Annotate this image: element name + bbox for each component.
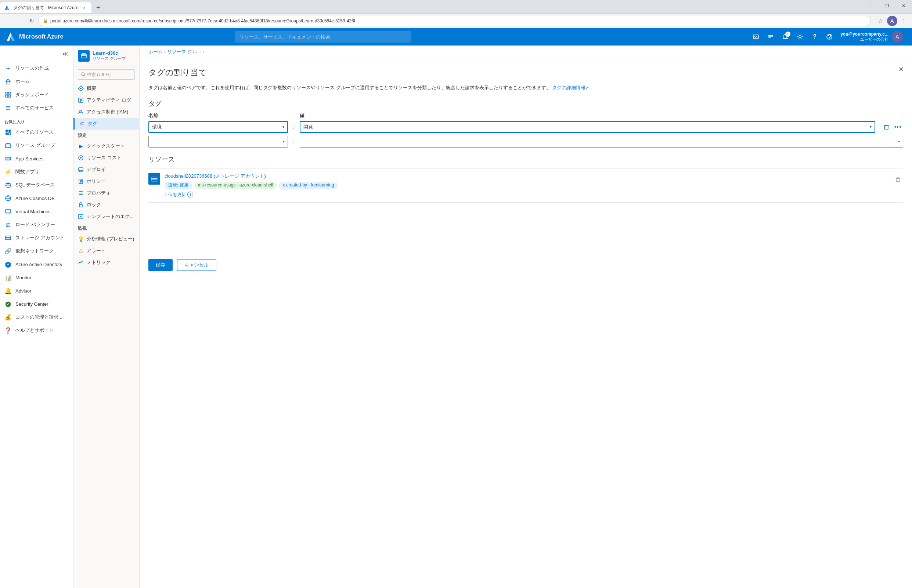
sidebar-item-all-services[interactable]: すべてのサービス <box>0 101 73 115</box>
nav-item-tags[interactable]: 🏷 タグ <box>73 118 139 129</box>
sidebar-item-vnet[interactable]: 🔗 仮想ネットワーク <box>0 244 73 258</box>
sidebar-item-home[interactable]: ホーム <box>0 75 73 88</box>
profile-button[interactable]: A <box>887 16 897 26</box>
security-lock-icon: 🔒 <box>43 18 48 23</box>
sidebar-item-monitor[interactable]: 📊 Monitor <box>0 271 73 284</box>
sidebar-item-storage[interactable]: ストレージ アカウント <box>0 231 73 244</box>
new-tab-button[interactable]: + <box>93 3 103 13</box>
sidebar-collapse-button[interactable]: ≪ <box>60 48 70 59</box>
menu-button[interactable]: ⋮ <box>899 16 909 26</box>
sidebar-item-app-services[interactable]: App Services <box>0 152 73 165</box>
sidebar-item-lb[interactable]: ⚖ ロード バランサー <box>0 218 73 231</box>
panel-close-button[interactable]: ✕ <box>896 64 906 74</box>
cancel-button[interactable]: キャンセル <box>177 259 216 271</box>
nav-item-deploy[interactable]: デプロイ <box>73 164 139 176</box>
help-icon[interactable]: ? <box>808 30 821 43</box>
sidebar-item-resource-groups[interactable]: リソース グループ <box>0 139 73 152</box>
sidebar-billing-label: コストの管理と請求... <box>15 314 62 320</box>
sidebar-item-cosmos[interactable]: Azure Cosmos DB <box>0 192 73 205</box>
sidebar-item-billing[interactable]: 💰 コストの管理と請求... <box>0 310 73 324</box>
tag-name-dropdown-2[interactable]: ▾ <box>148 136 288 147</box>
user-menu[interactable]: you@yourcompany.c... ユーザーの会社 A <box>837 29 906 44</box>
sidebar-item-functions[interactable]: ⚡ 関数アプリ <box>0 165 73 178</box>
save-button[interactable]: 保存 <box>148 259 173 271</box>
nav-item-template[interactable]: テンプレートのエク... <box>73 211 139 223</box>
window-close-button[interactable]: ✕ <box>895 0 912 12</box>
resource-item-delete-button-1[interactable] <box>893 174 903 185</box>
resource-item-name-1[interactable]: cloudshell2020736688 (ストレージ アカウント) <box>165 173 888 179</box>
azure-favicon <box>5 5 10 11</box>
sidebar-item-advisor[interactable]: 🔔 Advisor <box>0 284 73 297</box>
bookmark-button[interactable]: ☆ <box>875 16 886 26</box>
resource-search-container: 検索 (Ctrl+/) <box>73 66 139 82</box>
nav-item-cost[interactable]: リソース コスト <box>73 152 139 164</box>
sidebar-item-help[interactable]: ❓ ヘルプとサポート <box>0 324 73 337</box>
nav-item-activity-log[interactable]: アクティビティ ログ <box>73 94 139 106</box>
active-tab[interactable]: タグの割り当て - Microsoft Azure × <box>0 2 91 13</box>
activity-log-icon <box>78 97 84 103</box>
directory-icon[interactable] <box>764 30 777 43</box>
window-minimize-button[interactable]: − <box>861 0 878 12</box>
nav-item-metrics[interactable]: メトリック <box>73 257 139 268</box>
settings-icon[interactable] <box>793 30 807 43</box>
nav-item-analytics[interactable]: 💡 分析情報 (プレビュー) <box>73 233 139 245</box>
resource-update-info-icon: ℹ <box>187 192 193 197</box>
sidebar-collapse-area: ≪ <box>0 45 73 61</box>
nav-item-quickstart[interactable]: ▶ クイックスタート <box>73 140 139 152</box>
tab-close-button[interactable]: × <box>81 5 87 11</box>
resource-update-link-1[interactable]: 1 個を更新 ℹ <box>165 192 888 198</box>
tag-name-dropdown-1[interactable]: 環境 ▾ <box>148 121 288 133</box>
svg-rect-59 <box>884 126 888 129</box>
feedback-icon[interactable] <box>823 30 836 43</box>
tag-delete-button-1[interactable] <box>881 122 891 132</box>
forward-button[interactable]: → <box>15 16 25 26</box>
resource-search-input[interactable]: 検索 (Ctrl+/) <box>78 69 135 80</box>
resource-item-content-1: cloudshell2020736688 (ストレージ アカウント) 環境: 運… <box>165 173 888 198</box>
sidebar-item-sql[interactable]: SQL データベース <box>0 178 73 192</box>
quickstart-icon: ▶ <box>78 143 84 149</box>
plus-icon: ＋ <box>5 65 12 72</box>
sidebar-create-label: リソースの作成 <box>15 65 49 71</box>
deploy-icon <box>78 166 84 173</box>
back-button[interactable]: ← <box>3 16 13 26</box>
svg-rect-12 <box>5 95 8 97</box>
tag-section-title: タグ <box>148 99 903 108</box>
notifications-icon[interactable]: 1 <box>779 30 792 43</box>
tag-more-button-1[interactable]: ••• <box>893 122 903 132</box>
overview-icon <box>78 86 84 91</box>
resource-item-icon-1 <box>148 173 160 185</box>
sidebar-item-security[interactable]: Security Center <box>0 297 73 310</box>
nav-item-properties[interactable]: プロパティ <box>73 187 139 199</box>
svg-marker-0 <box>5 5 7 10</box>
header-icons: 1 ? you@yourcompany.c... ユーザーの会社 A <box>749 29 906 44</box>
sidebar-item-vm[interactable]: Virtual Machines <box>0 205 73 218</box>
sidebar-item-all-resources[interactable]: すべてのリソース <box>0 126 73 139</box>
nav-item-overview[interactable]: 概要 <box>73 82 139 94</box>
svg-rect-10 <box>5 92 8 94</box>
properties-icon <box>78 190 84 196</box>
cloud-shell-icon[interactable] <box>749 30 763 43</box>
nav-item-alerts[interactable]: ⚠ アラート <box>73 245 139 257</box>
sidebar-item-aad[interactable]: Azure Active Directory <box>0 258 73 271</box>
svg-rect-21 <box>5 144 11 147</box>
tag-value-dropdown-1[interactable]: 開発 ▾ <box>300 121 875 133</box>
tag-value-dropdown-2[interactable]: ▾ <box>300 136 903 147</box>
address-bar[interactable]: 🔒 portal.azure.com/#@learn.docs.microsof… <box>38 16 871 26</box>
breadcrumb-home[interactable]: ホーム <box>148 48 163 55</box>
svg-marker-3 <box>11 32 15 41</box>
tags-nav-icon: 🏷 <box>79 121 85 127</box>
refresh-button[interactable]: ↻ <box>26 16 37 26</box>
nav-item-iam[interactable]: アクセス制御 (IAM) <box>73 106 139 118</box>
nav-template-label: テンプレートのエク... <box>87 213 134 220</box>
nav-item-lock[interactable]: ロック <box>73 199 139 211</box>
nav-item-policy[interactable]: ポリシー <box>73 176 139 187</box>
resource-groups-icon <box>5 142 12 149</box>
tag-info-link[interactable]: タグの詳細情報 <box>552 85 585 90</box>
sidebar-item-create[interactable]: ＋ リソースの作成 <box>0 61 73 75</box>
global-search-input[interactable] <box>235 31 411 43</box>
sidebar-item-dashboard[interactable]: ダッシュボード <box>0 88 73 101</box>
window-restore-button[interactable]: ❐ <box>878 0 895 12</box>
alerts-icon: ⚠ <box>78 248 84 254</box>
tab-title: タグの割り当て - Microsoft Azure <box>13 5 78 11</box>
breadcrumb-resource-group[interactable]: リソース グル... <box>167 48 201 55</box>
